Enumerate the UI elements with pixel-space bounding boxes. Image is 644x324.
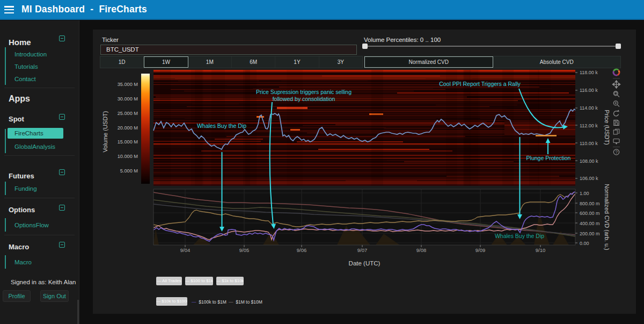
svg-text:30.000 M: 30.000 M bbox=[118, 96, 138, 102]
svg-text:200.00 m: 200.00 m bbox=[580, 231, 600, 236]
svg-text:116.00 k: 116.00 k bbox=[580, 88, 598, 93]
svg-text:9/05: 9/05 bbox=[239, 247, 250, 253]
svg-text:15.000 M: 15.000 M bbox=[118, 139, 138, 145]
svg-text:9/07: 9/07 bbox=[357, 247, 368, 253]
svg-text:10.000 M: 10.000 M bbox=[118, 154, 138, 159]
svg-text:Plunge Protection: Plunge Protection bbox=[526, 155, 571, 161]
svg-text:Price Supression triggers pani: Price Supression triggers panic selling bbox=[256, 89, 352, 95]
svg-text:9/08: 9/08 bbox=[416, 247, 427, 253]
svg-text:118.00 k: 118.00 k bbox=[580, 70, 598, 75]
svg-text:114.00 k: 114.00 k bbox=[580, 105, 598, 111]
svg-text:9/06: 9/06 bbox=[297, 247, 307, 253]
svg-text:Normalized CVD (arb. u.): Normalized CVD (arb. u.) bbox=[604, 184, 610, 250]
svg-text:35.000 M: 35.000 M bbox=[118, 82, 138, 87]
svg-text:9/09: 9/09 bbox=[475, 247, 486, 253]
svg-text:1.00: 1.00 bbox=[580, 191, 589, 196]
svg-text:108.00 k: 108.00 k bbox=[580, 159, 598, 164]
svg-text:110.00 k: 110.00 k bbox=[580, 141, 598, 146]
svg-text:600.00 m: 600.00 m bbox=[580, 211, 600, 216]
svg-text:Price (USDT): Price (USDT) bbox=[604, 110, 610, 145]
svg-text:Volume (USDT): Volume (USDT) bbox=[102, 111, 108, 152]
svg-text:5.000 M: 5.000 M bbox=[120, 168, 138, 174]
svg-text:20.000 M: 20.000 M bbox=[118, 125, 138, 131]
svg-text:400.00 m: 400.00 m bbox=[580, 221, 600, 226]
svg-text:112.00 k: 112.00 k bbox=[580, 123, 598, 128]
svg-text:9/10: 9/10 bbox=[536, 247, 546, 253]
svg-text:?: ? bbox=[615, 149, 618, 155]
svg-text:9/04: 9/04 bbox=[180, 247, 191, 253]
svg-text:800.00 m: 800.00 m bbox=[580, 201, 600, 206]
svg-text:Whales Buy the Dip: Whales Buy the Dip bbox=[197, 123, 246, 129]
svg-text:Whales Buy the Dip: Whales Buy the Dip bbox=[495, 233, 544, 239]
svg-text:0.00: 0.00 bbox=[580, 241, 589, 246]
svg-text:Date (UTC): Date (UTC) bbox=[349, 260, 380, 267]
svg-text:followed by consolidation: followed by consolidation bbox=[273, 96, 335, 102]
svg-text:Cool PPI Report Triggers a Ral: Cool PPI Report Triggers a Rally bbox=[439, 81, 521, 87]
svg-text:106.00 k: 106.00 k bbox=[580, 176, 598, 181]
svg-text:25.000 M: 25.000 M bbox=[118, 111, 138, 116]
